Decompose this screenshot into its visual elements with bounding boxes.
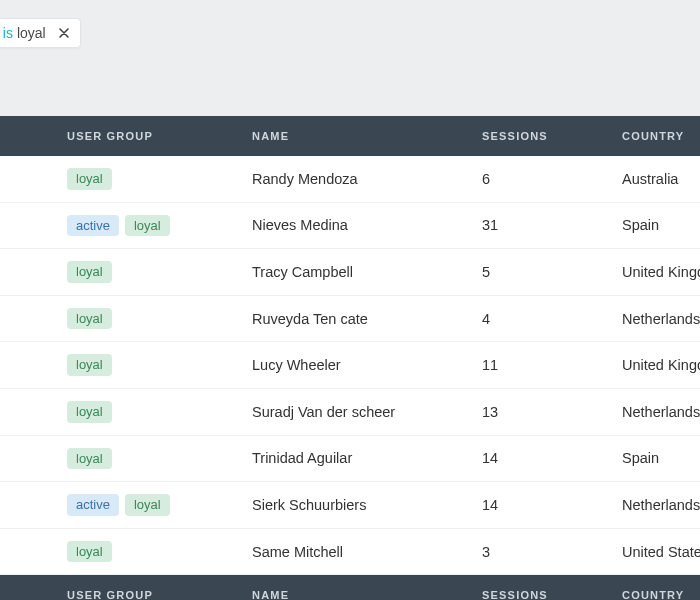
cell-sessions: 14: [470, 482, 610, 529]
cell-country: Spain: [610, 202, 700, 249]
cell-user-group: loyal: [55, 249, 240, 296]
table-body: loyalRandy Mendoza6AustraliaactiveloyalN…: [0, 156, 700, 575]
col-name[interactable]: NAME: [240, 116, 470, 156]
table-row[interactable]: activeloyalSierk Schuurbiers14Netherland…: [0, 482, 700, 529]
col-name[interactable]: NAME: [240, 575, 470, 600]
cell-name: Randy Mendoza: [240, 156, 470, 202]
cell-user-group: activeloyal: [55, 482, 240, 529]
table-row[interactable]: loyalSame Mitchell3United States: [0, 528, 700, 575]
cell-user-group: loyal: [55, 342, 240, 389]
cell-name: Lucy Wheeler: [240, 342, 470, 389]
cell-name: Same Mitchell: [240, 528, 470, 575]
tag-loyal[interactable]: loyal: [125, 215, 170, 237]
table-row[interactable]: loyalRuveyda Ten cate4Netherlands: [0, 295, 700, 342]
cell-name: Trinidad Aguilar: [240, 435, 470, 482]
cell-name: Tracy Campbell: [240, 249, 470, 296]
cell-country: United Kingdom: [610, 342, 700, 389]
cell-name: Ruveyda Ten cate: [240, 295, 470, 342]
col-spacer: [0, 116, 55, 156]
cell-country: Netherlands: [610, 295, 700, 342]
tag-loyal[interactable]: loyal: [67, 401, 112, 423]
table-row[interactable]: loyalTracy Campbell5United Kingdom: [0, 249, 700, 296]
tag-active[interactable]: active: [67, 215, 119, 237]
cell-user-group: loyal: [55, 156, 240, 202]
row-pad: [0, 528, 55, 575]
table-row[interactable]: loyalSuradj Van der scheer13Netherlands: [0, 388, 700, 435]
users-table: USER GROUP NAME SESSIONS COUNTRY loyalRa…: [0, 116, 700, 600]
row-pad: [0, 482, 55, 529]
table-row[interactable]: loyalLucy Wheeler11United Kingdom: [0, 342, 700, 389]
row-pad: [0, 202, 55, 249]
col-sessions[interactable]: SESSIONS: [470, 575, 610, 600]
row-pad: [0, 249, 55, 296]
cell-sessions: 5: [470, 249, 610, 296]
col-sessions[interactable]: SESSIONS: [470, 116, 610, 156]
cell-user-group: loyal: [55, 528, 240, 575]
tag-loyal[interactable]: loyal: [67, 168, 112, 190]
cell-country: Australia: [610, 156, 700, 202]
cell-country: Netherlands: [610, 388, 700, 435]
row-pad: [0, 342, 55, 389]
tag-loyal[interactable]: loyal: [125, 494, 170, 516]
cell-user-group: loyal: [55, 435, 240, 482]
cell-name: Sierk Schuurbiers: [240, 482, 470, 529]
col-spacer: [0, 575, 55, 600]
table-row[interactable]: activeloyalNieves Medina31Spain: [0, 202, 700, 249]
col-country[interactable]: COUNTRY: [610, 116, 700, 156]
row-pad: [0, 156, 55, 202]
cell-sessions: 13: [470, 388, 610, 435]
cell-user-group: activeloyal: [55, 202, 240, 249]
cell-name: Suradj Van der scheer: [240, 388, 470, 435]
close-icon[interactable]: [56, 25, 72, 41]
cell-country: Spain: [610, 435, 700, 482]
cell-sessions: 31: [470, 202, 610, 249]
cell-user-group: loyal: [55, 295, 240, 342]
table-footer: USER GROUP NAME SESSIONS COUNTRY: [0, 575, 700, 600]
cell-sessions: 3: [470, 528, 610, 575]
col-user-group[interactable]: USER GROUP: [55, 575, 240, 600]
tag-loyal[interactable]: loyal: [67, 448, 112, 470]
tag-loyal[interactable]: loyal: [67, 308, 112, 330]
cell-country: United Kingdom: [610, 249, 700, 296]
filter-operator: is: [3, 25, 13, 41]
table-row[interactable]: loyalTrinidad Aguilar14Spain: [0, 435, 700, 482]
filter-value: loyal: [17, 25, 46, 41]
cell-sessions: 4: [470, 295, 610, 342]
cell-user-group: loyal: [55, 388, 240, 435]
users-table-wrap: USER GROUP NAME SESSIONS COUNTRY loyalRa…: [0, 116, 700, 600]
tag-loyal[interactable]: loyal: [67, 541, 112, 563]
row-pad: [0, 435, 55, 482]
cell-sessions: 14: [470, 435, 610, 482]
cell-country: United States: [610, 528, 700, 575]
row-pad: [0, 295, 55, 342]
table-header: USER GROUP NAME SESSIONS COUNTRY: [0, 116, 700, 156]
table-row[interactable]: loyalRandy Mendoza6Australia: [0, 156, 700, 202]
tag-active[interactable]: active: [67, 494, 119, 516]
cell-sessions: 6: [470, 156, 610, 202]
col-country[interactable]: COUNTRY: [610, 575, 700, 600]
col-user-group[interactable]: USER GROUP: [55, 116, 240, 156]
tag-loyal[interactable]: loyal: [67, 354, 112, 376]
tag-loyal[interactable]: loyal: [67, 261, 112, 283]
row-pad: [0, 388, 55, 435]
cell-name: Nieves Medina: [240, 202, 470, 249]
filter-chip[interactable]: p is loyal: [0, 18, 81, 48]
cell-sessions: 11: [470, 342, 610, 389]
cell-country: Netherlands: [610, 482, 700, 529]
